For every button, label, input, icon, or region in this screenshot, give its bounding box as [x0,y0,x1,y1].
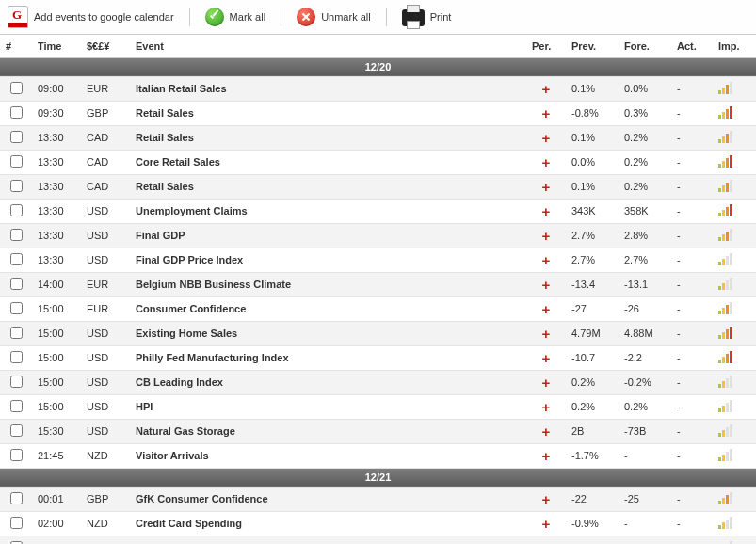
plus-icon: + [542,130,551,146]
row-checkbox[interactable] [10,131,23,143]
cell-imp [713,101,756,125]
expand-button[interactable]: + [526,443,566,468]
row-checkbox-cell [0,443,32,468]
row-checkbox[interactable] [10,449,23,461]
plus-icon: + [542,540,551,545]
mark-all-button[interactable]: Mark all [205,8,266,26]
expand-button[interactable]: + [526,321,566,345]
cell-imp [713,76,756,101]
cell-currency: USD [81,248,130,272]
cell-event: Final GDP [130,223,526,248]
table-row: 14:00EURBelgium NBB Business Climate+-13… [0,272,756,296]
impact-bars-icon [718,350,732,363]
cell-time: 02:00 [32,511,81,536]
row-checkbox[interactable] [10,400,23,412]
cell-event: Final GDP Price Index [130,248,526,272]
row-checkbox[interactable] [10,106,23,119]
plus-icon: + [542,105,551,121]
row-checkbox[interactable] [10,492,23,504]
cell-act: - [671,174,713,199]
expand-button[interactable]: + [526,248,566,272]
cell-currency: USD [81,199,130,223]
expand-button[interactable]: + [526,370,566,394]
row-checkbox[interactable] [10,253,23,265]
cell-time: 09:00 [32,76,81,101]
row-checkbox[interactable] [10,424,23,437]
cell-time: 15:00 [32,321,81,345]
cell-act: - [671,394,713,419]
row-checkbox[interactable] [10,155,23,168]
col-act: Act. [671,35,713,57]
cell-imp [713,321,756,345]
cell-imp [713,272,756,296]
expand-button[interactable]: + [526,101,566,125]
cell-fore: 358K [619,199,671,223]
separator [189,8,190,26]
row-checkbox-cell [0,370,32,394]
expand-button[interactable]: + [526,487,566,511]
cell-event: Consumer Confidence [130,296,526,321]
add-google-button[interactable]: Add events to google calendar [8,6,174,28]
impact-bars-icon [718,491,732,504]
expand-button[interactable]: + [526,345,566,370]
plus-icon: + [542,350,551,366]
row-checkbox[interactable] [10,376,23,388]
table-row: 15:00USDHPI+0.2%0.2%- [0,394,756,419]
row-checkbox[interactable] [10,82,23,94]
plus-icon: + [542,399,551,415]
cell-prev: 4.79M [566,321,619,345]
cell-time: 13:30 [32,150,81,174]
row-checkbox[interactable] [10,541,23,545]
row-checkbox[interactable] [10,180,23,192]
cell-fore: 0.2% [619,125,671,150]
table-row: 09:00EURItalian Retail Sales+0.1%0.0%- [0,76,756,101]
cell-fore: 0.2% [619,174,671,199]
expand-button[interactable]: + [526,536,566,544]
row-checkbox[interactable] [10,517,23,529]
row-checkbox[interactable] [10,327,23,339]
expand-button[interactable]: + [526,174,566,199]
expand-button[interactable]: + [526,511,566,536]
cell-act: - [671,443,713,468]
cell-act: - [671,223,713,248]
table-row: 21:45NZDVisitor Arrivals+-1.7%-- [0,443,756,468]
expand-button[interactable]: + [526,199,566,223]
row-checkbox[interactable] [10,351,23,363]
row-checkbox[interactable] [10,229,23,241]
row-checkbox[interactable] [10,204,23,216]
expand-button[interactable]: + [526,150,566,174]
cell-currency: USD [81,419,130,443]
expand-button[interactable]: + [526,272,566,296]
cell-act: - [671,345,713,370]
expand-button[interactable]: + [526,296,566,321]
cell-event: Retail Sales [130,125,526,150]
separator [386,8,387,26]
row-checkbox[interactable] [10,302,23,314]
cell-currency: JPY [81,536,130,544]
cell-prev: 0.2% [566,370,619,394]
row-checkbox[interactable] [10,278,23,290]
check-icon [205,8,224,26]
cell-currency: USD [81,321,130,345]
expand-button[interactable]: + [526,394,566,419]
impact-bars-icon [718,399,732,412]
impact-bars-icon [718,301,732,314]
print-button[interactable]: Print [402,8,452,26]
cell-time: 13:30 [32,199,81,223]
row-checkbox-cell [0,150,32,174]
cell-prev: -27 [566,296,619,321]
cell-time: 21:45 [32,443,81,468]
unmark-all-button[interactable]: Unmark all [297,8,371,26]
cell-event: Belgium NBB Business Climate [130,272,526,296]
cell-currency: GBP [81,101,130,125]
cell-time: 15:00 [32,296,81,321]
cell-currency: USD [81,394,130,419]
table-row: 09:30GBPRetail Sales+-0.8%0.3%- [0,101,756,125]
expand-button[interactable]: + [526,223,566,248]
expand-button[interactable]: + [526,419,566,443]
cell-fore: * [619,536,671,544]
expand-button[interactable]: + [526,76,566,101]
expand-button[interactable]: + [526,125,566,150]
cell-imp [713,394,756,419]
table-row: 15:30USDNatural Gas Storage+2B-73B- [0,419,756,443]
